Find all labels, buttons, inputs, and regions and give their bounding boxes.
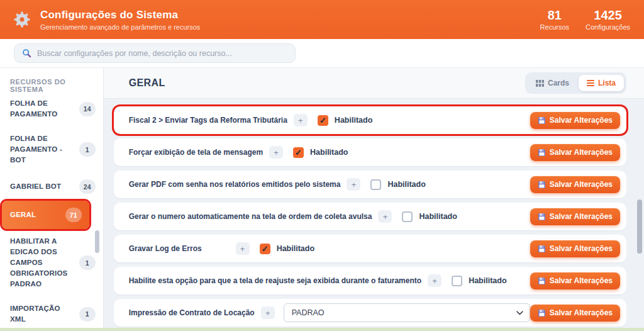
expand-plus-icon[interactable]: + [347,178,360,191]
habilitado-checkbox[interactable]: ✓ [293,147,304,158]
stat-configuracoes-value: 1425 [586,9,630,22]
config-row-label: Gerar PDF com senha nos relatórios emiti… [129,180,341,189]
sidebar-item-label: IMPORTAÇÃO XML [10,303,79,325]
checkbox-wrap: Habilitado [370,179,425,190]
lista-view-button[interactable]: Lista [579,75,624,91]
habilitado-checkbox[interactable]: ✓ [260,244,270,254]
cards-view-button[interactable]: Cards [528,75,577,91]
sidebar: RECURSOS DO SISTEMA FOLHA DE PAGAMENTO 1… [0,68,104,331]
sidebar-item-label: GERAL [10,210,40,220]
config-row-label: Habilite esta opção para que a tela de r… [129,276,421,285]
save-icon [538,309,546,317]
search-icon [22,48,31,58]
checkbox-wrap: ✓ Habilitado [318,115,372,126]
expand-plus-icon[interactable]: + [378,210,392,223]
sidebar-item-label: FOLHA DE PAGAMENTO [10,99,79,120]
search-bar [0,39,644,68]
checkbox-wrap: ✓ Habilitado [293,147,348,158]
habilitado-label: Habilitado [419,212,457,221]
sidebar-item-count-badge: 1 [79,255,96,270]
config-row-label: Gerar o numero automaticamente na tela d… [129,212,372,221]
select-value: PADRAO [292,308,325,317]
stat-configuracoes-label: Configurações [586,23,630,31]
save-icon [538,277,546,285]
config-row: Forçar exibição de tela de mensagem + ✓ … [114,138,626,166]
save-button[interactable]: Salvar Alterações [530,176,620,193]
list-icon [587,79,594,87]
header-stats: 81 Recursos 1425 Configurações [540,9,630,31]
sidebar-item-count-badge: 71 [65,208,82,222]
search-input[interactable] [37,49,287,58]
save-button[interactable]: Salvar Alterações [530,144,620,161]
save-button[interactable]: Salvar Alterações [530,112,620,129]
grid-icon [536,80,544,87]
save-button-label: Salvar Alterações [550,180,613,189]
save-button[interactable]: Salvar Alterações [530,305,620,322]
search-box[interactable] [14,43,296,63]
check-icon: ✓ [262,245,269,253]
save-icon [538,213,546,221]
config-row-label: Fiscal 2 > Enviar Tags da Reforma Tribut… [129,116,287,125]
save-button[interactable]: Salvar Alterações [530,208,620,225]
sidebar-item[interactable]: FOLHA DE PAGAMENTO 14 [0,99,103,126]
chevron-down-icon [516,311,523,315]
save-button[interactable]: Salvar Alterações [530,240,620,257]
view-toggle: Cards Lista [525,72,626,94]
sidebar-list: FOLHA DE PAGAMENTO 14 FOLHA DE PAGAMENTO… [0,99,103,331]
section-title: GERAL [129,77,165,89]
save-icon [538,245,546,253]
save-button-label: Salvar Alterações [550,308,613,317]
habilitado-checkbox[interactable] [402,211,413,222]
habilitado-checkbox[interactable] [370,179,381,190]
expand-plus-icon[interactable]: + [294,114,308,126]
expand-plus-icon[interactable]: + [428,274,441,287]
habilitado-checkbox[interactable]: ✓ [318,115,328,126]
config-rows-list: Fiscal 2 > Enviar Tags da Reforma Tribut… [104,99,644,331]
sidebar-item[interactable]: GABRIEL BOT 24 [0,172,103,201]
stat-recursos: 81 Recursos [540,9,569,31]
habilitado-label: Habilitado [335,116,372,125]
config-row: Fiscal 2 > Enviar Tags da Reforma Tribut… [114,106,626,134]
bottom-edge-strip [0,328,644,331]
config-row-label: Gravar Log de Erros [129,244,230,253]
sidebar-item[interactable]: GERAL 71 [2,201,89,229]
check-icon: ✓ [295,149,302,157]
save-icon [538,149,546,157]
habilitado-label: Habilitado [387,180,425,189]
save-button[interactable]: Salvar Alterações [530,272,620,289]
main-panel: GERAL Cards Lista Fiscal [104,68,644,331]
expand-plus-icon[interactable]: + [269,146,283,159]
config-row: Gerar o numero automaticamente na tela d… [114,203,626,230]
habilitado-label: Habilitado [469,276,506,285]
sidebar-item-count-badge: 24 [79,179,96,194]
checkbox-wrap: Habilitado [452,276,506,286]
gear-icon [13,10,31,29]
stat-recursos-label: Recursos [540,23,569,31]
save-button-label: Salvar Alterações [550,116,613,125]
page-title: Configurações do Sistema [40,9,540,21]
main-scrollbar-thumb[interactable] [637,199,642,254]
sidebar-item-label: GABRIEL BOT [10,181,65,192]
value-select[interactable]: PADRAO [284,303,530,322]
config-row: Habilite esta opção para que a tela de r… [114,267,626,295]
expand-plus-icon[interactable]: + [261,306,275,319]
sidebar-scrollbar-thumb[interactable] [95,230,99,253]
cards-view-label: Cards [548,79,569,87]
expand-plus-icon[interactable]: + [236,242,250,255]
checkbox-wrap: Habilitado [402,211,457,222]
sidebar-item-count-badge: 1 [79,142,96,157]
config-row-label: Impressão de Contrato de Locação [129,308,255,317]
sidebar-item[interactable]: HABILITAR A EDICAO DOS CAMPOS OBRIGATORI… [0,229,103,296]
check-icon: ✓ [319,116,326,125]
habilitado-checkbox[interactable] [452,276,462,286]
page-subtitle: Gerenciamento avançado de parâmetros e r… [40,23,540,31]
app-header: Configurações do Sistema Gerenciamento a… [0,0,644,39]
config-row: Gerar PDF com senha nos relatórios emiti… [114,171,626,198]
habilitado-label: Habilitado [277,244,314,253]
save-icon [538,181,546,189]
sidebar-item[interactable]: FOLHA DE PAGAMENTO - BOT 1 [0,126,103,172]
save-button-label: Salvar Alterações [550,212,613,221]
sidebar-item-label: HABILITAR A EDICAO DOS CAMPOS OBRIGATORI… [10,236,79,289]
sidebar-item[interactable]: IMPORTAÇÃO XML 1 [0,296,103,331]
config-row-label: Forçar exibição de tela de mensagem [129,148,263,157]
